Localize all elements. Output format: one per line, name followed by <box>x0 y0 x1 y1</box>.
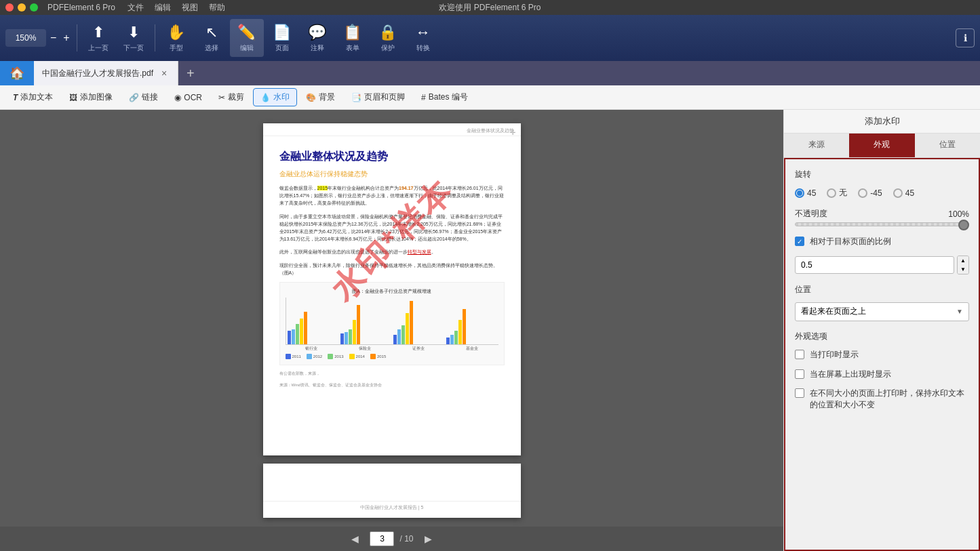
info-button[interactable]: ℹ <box>956 28 975 47</box>
tab-appearance[interactable]: 外观 <box>849 134 914 157</box>
pdf-chart: 图A：金融业各子行业总资产规模增速 <box>279 282 505 365</box>
maximize-button[interactable] <box>30 3 38 12</box>
new-tab-button[interactable]: + <box>178 61 203 85</box>
edit-tool-crop[interactable]: ✂ 裁剪 <box>211 88 252 106</box>
menu-edit[interactable]: 编辑 <box>155 2 171 14</box>
toolbar-comment[interactable]: 💬 注释 <box>300 19 334 57</box>
chart-legend: 2011 2012 2013 2014 2015 <box>286 354 498 359</box>
tab-position[interactable]: 位置 <box>915 134 980 157</box>
crop-label: 裁剪 <box>228 91 244 103</box>
file-tab-bar: 🏠 中国金融行业人才发展报告.pdf × + <box>0 61 980 85</box>
zoom-in-button[interactable]: + <box>60 32 72 44</box>
traffic-lights <box>5 3 38 12</box>
print-show-checkbox[interactable] <box>795 350 804 359</box>
position-dropdown-value: 看起来在页面之上 <box>801 306 866 317</box>
background-label: 背景 <box>319 91 335 103</box>
edit-label: 编辑 <box>240 43 254 53</box>
minimize-button[interactable] <box>18 3 26 12</box>
print-show-label: 当打印时显示 <box>810 349 859 361</box>
menu-help[interactable]: 帮助 <box>209 2 225 14</box>
home-tab[interactable]: 🏠 <box>0 61 34 85</box>
crop-icon: ✂ <box>218 93 225 102</box>
edit-tool-header-footer[interactable]: 📑 页眉和页脚 <box>344 88 412 106</box>
toolbar-prev-page[interactable]: ⬆ 上一页 <box>81 19 115 57</box>
close-button[interactable] <box>5 3 14 12</box>
edit-tool-watermark[interactable]: 💧 水印 <box>253 88 297 106</box>
pdf-page-main: 金融业整体状况及趋势 ✛ 金融业整体状况及趋势 金融业总体运行保持稳健态势 银监… <box>263 123 521 455</box>
pdf-page-header: 金融业整体状况及趋势 <box>263 123 521 136</box>
radio-neg45-circle <box>858 188 867 198</box>
scale-input-row: ▲ ▼ <box>795 256 969 274</box>
toolbar-convert[interactable]: ↔ 转换 <box>406 19 440 57</box>
menu-bar[interactable]: 文件 编辑 视图 帮助 <box>128 2 225 14</box>
add-image-icon: 🖼 <box>69 93 77 102</box>
page-navigation: ◀ / 10 ▶ <box>0 527 783 551</box>
file-tab-pdf[interactable]: 中国金融行业人才发展报告.pdf × <box>34 61 178 85</box>
pdf-viewer[interactable]: 金融业整体状况及趋势 ✛ 金融业整体状况及趋势 金融业总体运行保持稳健态势 银监… <box>0 110 783 551</box>
toolbar-page[interactable]: 📄 页面 <box>265 19 299 57</box>
chart-x-labels: 银行业 保险业 证券业 基金业 <box>286 346 498 351</box>
page-number-input[interactable] <box>370 531 394 546</box>
opacity-label: 不透明度 <box>795 208 827 220</box>
zoom-out-button[interactable]: − <box>47 32 59 44</box>
chart-bars <box>286 298 498 345</box>
position-section-label: 位置 <box>795 284 969 295</box>
relative-scale-checkbox[interactable] <box>795 237 804 246</box>
menu-file[interactable]: 文件 <box>128 2 144 14</box>
toolbar-next-page[interactable]: ⬇ 下一页 <box>117 19 151 57</box>
select-icon: ↖ <box>205 24 218 41</box>
tab-source[interactable]: 来源 <box>784 134 849 157</box>
position-dropdown[interactable]: 看起来在页面之上 ▼ <box>795 302 969 321</box>
link-label: 链接 <box>142 91 158 103</box>
edit-tool-add-image[interactable]: 🖼 添加图像 <box>62 88 120 106</box>
panel-tabs: 来源 外观 位置 <box>784 134 980 158</box>
file-tab-name: 中国金融行业人才发展报告.pdf <box>42 68 153 79</box>
rotation-options: 45 无 -45 45 <box>795 187 969 199</box>
edit-toolbar: T 添加文本 🖼 添加图像 🔗 链接 ◉ OCR ✂ 裁剪 💧 水印 🎨 背景 … <box>0 85 980 110</box>
comment-icon: 💬 <box>308 24 326 41</box>
toolbar-select[interactable]: ↖ 选择 <box>195 19 229 57</box>
pdf-body-2: 同时，由于多重立空本市场波动背景，保险金融机构资产量登记消费金融、保险、证券和基… <box>279 213 505 243</box>
screen-show-label: 当在屏幕上出现时显示 <box>810 369 891 380</box>
edit-tool-background[interactable]: 🎨 背景 <box>298 88 342 106</box>
opacity-slider-thumb[interactable] <box>958 220 969 230</box>
scale-down-button[interactable]: ▼ <box>958 265 968 274</box>
menu-view[interactable]: 视图 <box>182 2 198 14</box>
rotation-45-selected[interactable]: 45 <box>795 188 816 198</box>
opacity-slider[interactable] <box>795 222 969 226</box>
pdf-body-1: 银监会数据显示，2015年末银行业金融机构合计总资产为194.17万亿元，比20… <box>279 184 505 207</box>
edit-tool-link[interactable]: 🔗 链接 <box>121 88 165 106</box>
scale-stepper[interactable]: ▲ ▼ <box>957 256 969 274</box>
relative-scale-label: 相对于目标页面的比例 <box>810 236 891 247</box>
next-page-nav-button[interactable]: ▶ <box>419 531 437 547</box>
edit-tool-bates[interactable]: # Bates 编号 <box>414 88 475 106</box>
scale-up-button[interactable]: ▲ <box>958 256 968 265</box>
zoom-control[interactable]: 150% <box>5 29 46 47</box>
edit-tool-ocr[interactable]: ◉ OCR <box>167 89 210 106</box>
radio-45-alt-label: 45 <box>905 188 914 198</box>
pdf-subtitle: 金融业总体运行保持稳健态势 <box>279 169 505 179</box>
prev-page-nav-button[interactable]: ◀ <box>346 531 364 547</box>
rotation-45-alt[interactable]: 45 <box>893 188 914 198</box>
chart-title: 图A：金融业各子行业总资产规模增速 <box>286 288 498 295</box>
keep-position-checkbox[interactable] <box>795 388 804 398</box>
toolbar-edit[interactable]: ✏️ 编辑 <box>230 19 264 57</box>
scale-input[interactable] <box>795 256 954 274</box>
radio-neg45-label: -45 <box>870 188 882 198</box>
screen-show-checkbox[interactable] <box>795 369 804 379</box>
file-tab-close-button[interactable]: × <box>159 68 170 79</box>
main-toolbar: 150% − + ⬆ 上一页 ⬇ 下一页 ✋ 手型 ↖ 选择 ✏️ 编辑 📄 页… <box>0 15 980 61</box>
edit-icon: ✏️ <box>237 24 256 41</box>
toolbar-protect[interactable]: 🔒 保护 <box>371 19 405 57</box>
rotation-neg45[interactable]: -45 <box>858 188 882 198</box>
toolbar-hand[interactable]: ✋ 手型 <box>159 19 193 57</box>
bates-label: Bates 编号 <box>429 91 468 103</box>
right-panel: 添加水印 来源 外观 位置 旋转 45 无 -45 <box>783 110 980 551</box>
toolbar-form[interactable]: 📋 表单 <box>336 19 370 57</box>
page-icon: 📄 <box>273 24 291 41</box>
edit-tool-add-text[interactable]: T 添加文本 <box>5 88 60 106</box>
keep-position-row: 在不同大小的页面上打印时，保持水印文本的位置和大小不变 <box>795 388 969 411</box>
appearance-options-label: 外观选项 <box>795 331 969 342</box>
protect-icon: 🔒 <box>378 24 397 41</box>
rotation-none[interactable]: 无 <box>827 187 847 199</box>
